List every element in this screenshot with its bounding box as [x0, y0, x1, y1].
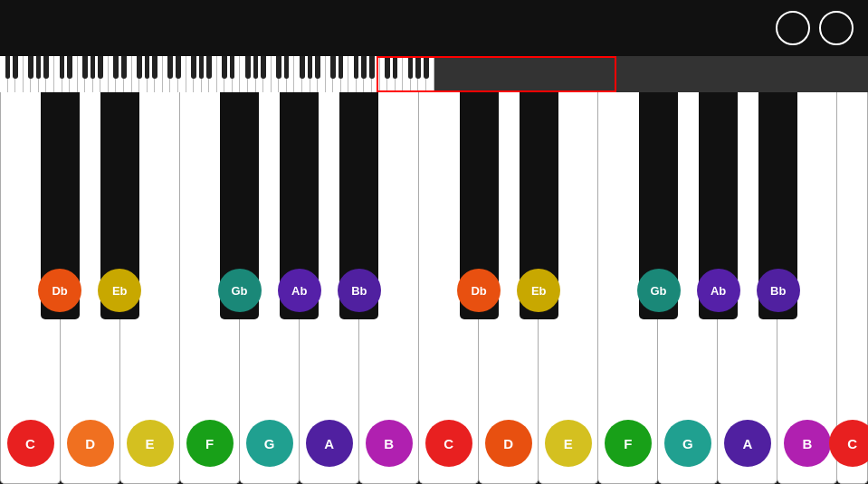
- white-key-e-2[interactable]: E: [120, 92, 180, 484]
- white-key-c-last[interactable]: C: [837, 92, 868, 484]
- white-key-d-8[interactable]: D: [479, 92, 539, 484]
- zoom-in-button[interactable]: [776, 11, 810, 45]
- white-key-f-3[interactable]: F: [180, 92, 240, 484]
- header-controls: [758, 11, 854, 45]
- white-key-c-0[interactable]: C: [0, 92, 61, 484]
- white-key-a-5[interactable]: A: [300, 92, 359, 484]
- white-key-a-12[interactable]: A: [718, 92, 777, 484]
- white-key-f-10[interactable]: F: [598, 92, 658, 484]
- white-key-b-6[interactable]: B: [359, 92, 419, 484]
- piano-container: CDEFGABCDEFGABC DbEbGbAbBbDbEbGbAbBb: [0, 92, 868, 484]
- note-label-f-10: F: [605, 420, 652, 467]
- note-label-c-0: C: [7, 420, 54, 467]
- note-label-f-3: F: [186, 420, 234, 467]
- note-label-c-last: C: [829, 420, 868, 467]
- note-label-d-8: D: [485, 420, 532, 467]
- note-label-a-12: A: [724, 420, 771, 467]
- white-key-d-1[interactable]: D: [61, 92, 120, 484]
- zoom-out-button[interactable]: [819, 11, 854, 45]
- note-label-d-1: D: [67, 420, 114, 467]
- note-label-c-7: C: [425, 420, 472, 467]
- mini-keyboard: // We'll render this via JS below: [0, 56, 868, 92]
- note-label-g-11: G: [664, 420, 711, 467]
- white-key-e-9[interactable]: E: [539, 92, 598, 484]
- note-label-e-2: E: [127, 420, 174, 467]
- note-label-b-13: B: [784, 420, 831, 467]
- white-keys-row: CDEFGABCDEFGABC: [0, 92, 868, 484]
- note-label-a-5: A: [306, 420, 353, 467]
- white-key-g-11[interactable]: G: [658, 92, 718, 484]
- white-key-g-4[interactable]: G: [240, 92, 300, 484]
- header: [0, 0, 868, 56]
- white-key-c-7[interactable]: C: [419, 92, 479, 484]
- white-key-b-13[interactable]: B: [777, 92, 837, 484]
- note-label-b-6: B: [366, 420, 413, 467]
- note-label-g-4: G: [246, 420, 293, 467]
- note-label-e-9: E: [545, 420, 592, 467]
